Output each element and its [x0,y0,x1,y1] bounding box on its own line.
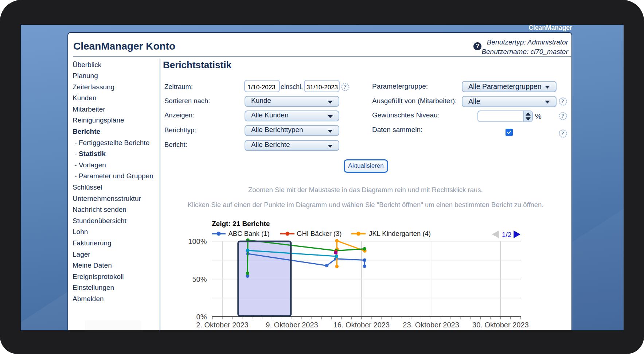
svg-text:9. Oktober 2023: 9. Oktober 2023 [266,321,318,329]
svg-text:JKL Kindergarten (4): JKL Kindergarten (4) [369,230,431,237]
svg-text:100%: 100% [188,237,207,245]
svg-text:16. Oktober 2023: 16. Oktober 2023 [333,321,390,329]
svg-text:30. Oktober 2023: 30. Oktober 2023 [472,321,529,329]
svg-text:50%: 50% [192,275,207,283]
svg-text:2. Oktober 2023: 2. Oktober 2023 [196,321,248,329]
svg-text:ABC Bank (1): ABC Bank (1) [229,230,270,237]
svg-text:Zeigt: 21 Berichte: Zeigt: 21 Berichte [212,220,270,227]
svg-text:GHI Bäcker (3): GHI Bäcker (3) [297,230,341,237]
svg-text:23. Oktober 2023: 23. Oktober 2023 [403,321,459,329]
svg-text:1/2: 1/2 [502,231,511,238]
svg-text:0%: 0% [196,313,207,321]
